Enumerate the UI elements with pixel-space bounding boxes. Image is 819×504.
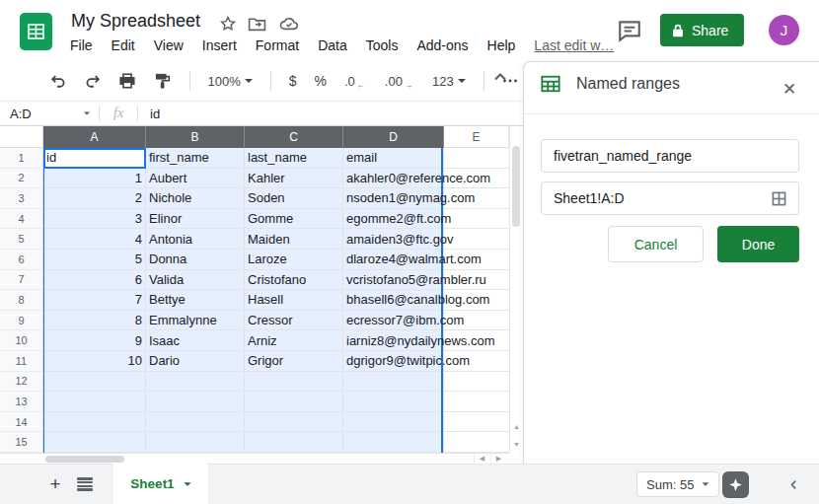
cell[interactable]: Arniz: [245, 330, 343, 351]
vertical-scrollbar-thumb[interactable]: [512, 146, 520, 227]
menu-file[interactable]: File: [70, 37, 93, 53]
scroll-right-icon[interactable]: ▶: [490, 454, 506, 464]
cell[interactable]: [146, 432, 245, 453]
sheet-tab[interactable]: Sheet1: [113, 464, 208, 504]
cloud-saved-icon[interactable]: [279, 17, 299, 31]
cell[interactable]: [444, 372, 509, 393]
cell[interactable]: [444, 412, 509, 433]
cell[interactable]: [146, 372, 245, 393]
menu-help[interactable]: Help: [487, 37, 516, 53]
cell[interactable]: egomme2@ft.com: [343, 209, 444, 230]
horizontal-scrollbar[interactable]: ◀ ▶: [0, 453, 509, 464]
cell[interactable]: 5: [43, 250, 146, 270]
cell[interactable]: first_name: [146, 148, 245, 169]
scroll-left-icon[interactable]: ◀: [474, 454, 489, 464]
cell[interactable]: 4: [43, 229, 146, 250]
comment-history-icon[interactable]: [617, 18, 644, 44]
cell[interactable]: [343, 412, 444, 433]
avatar[interactable]: J: [769, 15, 799, 45]
cell[interactable]: Maiden: [245, 229, 343, 250]
column-header-E[interactable]: E: [444, 126, 509, 148]
chevron-left-icon[interactable]: [783, 474, 803, 494]
cell[interactable]: Cressor: [245, 311, 343, 331]
cell[interactable]: 1: [43, 169, 146, 189]
row-number[interactable]: 13: [0, 392, 43, 412]
cell[interactable]: [444, 209, 509, 230]
row-number[interactable]: 11: [0, 351, 43, 372]
cell[interactable]: amaiden3@ftc.gov: [343, 229, 444, 250]
cell[interactable]: dgrigor9@twitpic.com: [343, 351, 444, 372]
zoom-select[interactable]: 100%: [204, 72, 257, 91]
formula-input[interactable]: id: [138, 107, 160, 121]
menu-tools[interactable]: Tools: [366, 37, 399, 53]
column-header-C[interactable]: C: [245, 126, 343, 148]
cancel-button[interactable]: Cancel: [608, 226, 704, 262]
cell[interactable]: ecressor7@ibm.com: [343, 311, 444, 331]
cell[interactable]: [245, 432, 343, 453]
sheets-logo-icon[interactable]: [20, 13, 52, 50]
cell[interactable]: akahler0@reference.com: [343, 169, 444, 189]
row-number[interactable]: 6: [0, 250, 43, 270]
column-header-A[interactable]: A: [43, 126, 146, 148]
cell[interactable]: [343, 392, 444, 412]
decrease-decimal-button[interactable]: .0←: [340, 72, 371, 91]
cell[interactable]: [245, 412, 343, 433]
row-number[interactable]: 2: [0, 169, 43, 189]
cell[interactable]: Kahler: [245, 169, 343, 189]
cell[interactable]: [43, 372, 146, 393]
cell[interactable]: Cristofano: [245, 270, 343, 291]
menu-insert[interactable]: Insert: [202, 37, 237, 53]
star-icon[interactable]: [219, 15, 237, 33]
document-title[interactable]: My Spreadsheet: [71, 11, 200, 32]
cell[interactable]: 9: [43, 330, 146, 351]
done-button[interactable]: Done: [717, 226, 799, 262]
row-number[interactable]: 5: [0, 229, 43, 250]
cell[interactable]: 3: [43, 209, 146, 230]
column-header-B[interactable]: B: [146, 126, 245, 148]
move-to-folder-icon[interactable]: [248, 16, 266, 32]
sum-indicator[interactable]: Sum: 55: [636, 471, 719, 497]
cell[interactable]: 8: [43, 311, 146, 331]
scroll-up-icon[interactable]: ▲: [510, 418, 523, 434]
vertical-scrollbar[interactable]: ▲ ▼: [509, 126, 522, 453]
cell[interactable]: 10: [43, 351, 146, 372]
cell[interactable]: Nichole: [146, 188, 245, 209]
cell[interactable]: Antonia: [146, 229, 245, 250]
row-number[interactable]: 3: [0, 188, 43, 209]
horizontal-scrollbar-thumb[interactable]: [45, 456, 124, 463]
cell[interactable]: iarniz8@nydailynews.com: [343, 330, 444, 351]
column-header-D[interactable]: D: [343, 126, 444, 148]
cell[interactable]: [43, 432, 146, 453]
name-box[interactable]: A:D: [0, 102, 99, 125]
menu-format[interactable]: Format: [256, 37, 299, 53]
menu-edit[interactable]: Edit: [112, 37, 135, 53]
cell[interactable]: Laroze: [245, 250, 343, 270]
cell[interactable]: Elinor: [146, 209, 245, 230]
cell[interactable]: dlaroze4@walmart.com: [343, 250, 444, 270]
cell[interactable]: [343, 432, 444, 453]
cell[interactable]: [444, 148, 509, 169]
select-data-range-icon[interactable]: [772, 191, 786, 206]
row-number[interactable]: 14: [0, 412, 43, 433]
cell[interactable]: Valida: [146, 270, 245, 291]
cell[interactable]: [146, 412, 245, 433]
cell[interactable]: Hasell: [245, 290, 343, 311]
all-sheets-icon[interactable]: [75, 475, 95, 493]
range-address-input[interactable]: Sheet1!A:D: [541, 181, 799, 215]
range-name-input[interactable]: fivetran_named_range: [541, 139, 799, 173]
row-number[interactable]: 8: [0, 290, 43, 311]
select-all-corner[interactable]: [0, 126, 43, 148]
row-number[interactable]: 12: [0, 372, 43, 393]
print-icon[interactable]: [115, 68, 140, 94]
share-button[interactable]: Share: [660, 14, 744, 46]
cell[interactable]: Donna: [146, 250, 245, 270]
cell[interactable]: Isaac: [146, 330, 245, 351]
cell[interactable]: last_name: [245, 148, 343, 169]
add-sheet-icon[interactable]: +: [43, 472, 67, 496]
cell[interactable]: [444, 432, 509, 453]
redo-icon[interactable]: [80, 68, 105, 94]
format-percent-button[interactable]: %: [311, 71, 331, 91]
row-number[interactable]: 7: [0, 270, 43, 291]
paint-format-icon[interactable]: [150, 68, 175, 94]
cell[interactable]: vcristofano5@rambler.ru: [343, 270, 444, 291]
